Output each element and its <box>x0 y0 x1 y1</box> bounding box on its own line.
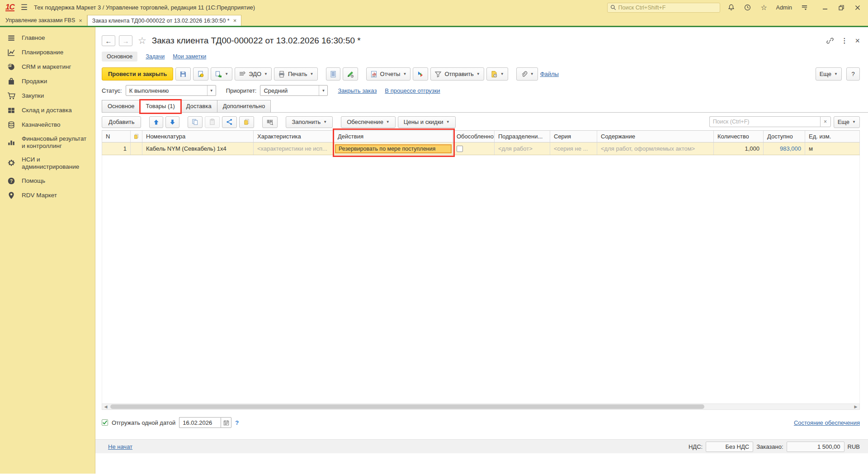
ship-date-field[interactable]: 16.02.2026 <box>179 417 231 428</box>
move-down-button[interactable] <box>165 116 179 128</box>
get-link-icon[interactable] <box>826 37 834 44</box>
close-order-link[interactable]: Закрыть заказ <box>338 87 377 94</box>
col-n[interactable]: N <box>102 131 131 142</box>
main-menu-icon[interactable]: ☰ <box>21 3 28 12</box>
change-doc-button[interactable] <box>239 116 254 128</box>
col-unit[interactable]: Ед. изм. <box>805 131 860 142</box>
sidebar-item-treasury[interactable]: Казначейство <box>0 118 95 132</box>
sidebar-item-planning[interactable]: Планирование <box>0 45 95 60</box>
attachments-button[interactable]: ▼ <box>516 67 538 81</box>
form-help-button[interactable]: ? <box>846 67 860 81</box>
edo-button[interactable]: ЭДО▼ <box>235 67 272 81</box>
ship-date-value[interactable]: 16.02.2026 <box>179 417 221 428</box>
close-window-icon[interactable] <box>853 5 863 10</box>
send-button[interactable]: Отправить▼ <box>430 67 484 81</box>
shipping-in-progress-link[interactable]: В процессе отгрузки <box>385 87 440 94</box>
move-up-button[interactable] <box>149 116 163 128</box>
post-document-button[interactable] <box>193 67 208 81</box>
horizontal-scrollbar[interactable]: ◀ ▶ <box>102 404 860 410</box>
barcode-scan-button[interactable] <box>262 116 278 128</box>
scroll-left-icon[interactable]: ◀ <box>102 404 109 409</box>
col-content[interactable]: Содержание <box>597 131 714 142</box>
sidebar-item-purchases[interactable]: Закупки <box>0 89 95 103</box>
scheduled-doc-button[interactable]: ▼ <box>486 67 508 81</box>
separate-checkbox[interactable] <box>457 146 463 152</box>
sidebar-item-sales[interactable]: Продажи <box>0 74 95 89</box>
col-actions[interactable]: Действия <box>334 131 453 142</box>
clear-search-icon[interactable]: × <box>820 116 831 127</box>
add-row-button[interactable]: Добавить <box>102 116 141 128</box>
order-state-link[interactable]: Не начат <box>108 443 132 450</box>
col-department[interactable]: Подразделени... <box>495 131 550 142</box>
form-more-button[interactable]: Еще▼ <box>816 67 842 81</box>
row-content[interactable]: <для работ, оформляемых актом> <box>597 142 714 155</box>
global-search-input[interactable] <box>618 5 717 11</box>
minimize-icon[interactable] <box>820 5 830 10</box>
vat-value-field[interactable]: Без НДС <box>706 442 753 452</box>
col-nomenclature[interactable]: Номенклатура <box>142 131 254 142</box>
row-department[interactable]: <для работ> <box>495 142 550 155</box>
supply-button[interactable]: Обеспечение▼ <box>341 116 396 128</box>
edit-note-button[interactable] <box>343 67 358 81</box>
sidebar-item-main[interactable]: Главное <box>0 31 95 45</box>
history-clock-icon[interactable] <box>743 4 753 11</box>
status-select[interactable]: К выполнению ▼ <box>126 85 216 96</box>
rdv-actions-button[interactable] <box>413 67 428 81</box>
tab-delivery[interactable]: Доставка <box>180 100 217 112</box>
sidebar-item-admin[interactable]: НСИ и администрирование <box>0 153 95 174</box>
ship-date-help-link[interactable]: ? <box>235 419 239 426</box>
sidebar-item-warehouse[interactable]: Склад и доставка <box>0 103 95 118</box>
row-nomenclature[interactable]: Кабель NYM (Севкабель) 1x4 <box>142 142 254 155</box>
current-user[interactable]: Admin <box>776 5 792 11</box>
notifications-bell-icon[interactable] <box>726 4 736 11</box>
back-arrow-button[interactable]: ← <box>102 35 115 46</box>
forward-arrow-button[interactable]: → <box>119 35 132 46</box>
tab-client-order[interactable]: Заказ клиента ТД00-000022 от 13.02.2026 … <box>87 15 241 26</box>
copy-create-button[interactable]: ▼ <box>211 67 232 81</box>
table-row[interactable]: 1 Кабель NYM (Севкабель) 1x4 <характерис… <box>102 142 860 155</box>
row-qty[interactable]: 1,000 <box>714 142 764 155</box>
col-separate[interactable]: Обособленно <box>453 131 495 142</box>
files-link[interactable]: Файлы <box>540 71 559 77</box>
sidebar-item-finance[interactable]: Финансовый результат и контроллинг <box>0 132 95 153</box>
col-qty[interactable]: Количество <box>714 131 764 142</box>
row-action-cell[interactable]: Резервировать по мере поступления <box>334 142 453 155</box>
row-characteristic[interactable]: <характеристики не исп... <box>254 142 334 155</box>
col-available[interactable]: Доступно <box>764 131 805 142</box>
nav-tasks[interactable]: Задачи <box>146 53 165 60</box>
tab-main[interactable]: Основное <box>102 100 141 112</box>
global-search[interactable] <box>607 3 720 13</box>
service-menu-icon[interactable] <box>799 4 809 11</box>
row-available[interactable]: 983,000 <box>764 142 805 155</box>
split-row-button[interactable] <box>222 116 237 128</box>
prices-discounts-button[interactable]: Цены и скидки▼ <box>398 116 456 128</box>
nav-notes[interactable]: Мои заметки <box>173 53 206 60</box>
structure-button[interactable] <box>326 67 340 81</box>
chevron-down-icon[interactable]: ▼ <box>319 86 327 95</box>
priority-select[interactable]: Средний ▼ <box>260 85 328 96</box>
reports-button[interactable]: Отчеты▼ <box>366 67 411 81</box>
col-series[interactable]: Серия <box>550 131 597 142</box>
favorites-star-icon[interactable]: ☆ <box>759 3 769 12</box>
save-button[interactable] <box>175 67 191 81</box>
more-kebab-icon[interactable]: ⋮ <box>841 37 848 45</box>
nav-main[interactable]: Основное <box>102 52 137 62</box>
tab-close-icon[interactable]: × <box>79 17 82 24</box>
table-more-button[interactable]: Еще▼ <box>834 116 860 128</box>
sidebar-item-crm[interactable]: CRM и маркетинг <box>0 60 95 74</box>
sidebar-item-rdv-market[interactable]: RDV Маркет <box>0 188 95 203</box>
print-button[interactable]: Печать▼ <box>274 67 318 81</box>
row-series[interactable]: <серия не ... <box>550 142 597 155</box>
table-search-input[interactable] <box>709 116 820 127</box>
tab-goods[interactable]: Товары (1) <box>140 100 181 113</box>
copy-row-button[interactable] <box>188 116 203 128</box>
action-value-highlighted[interactable]: Резервировать по мере поступления <box>335 144 452 153</box>
restore-icon[interactable] <box>836 5 846 10</box>
sidebar-item-help[interactable]: ? Помощь <box>0 174 95 188</box>
scrollbar-track[interactable] <box>109 404 852 409</box>
favorite-star-icon[interactable]: ☆ <box>138 35 146 46</box>
calendar-icon[interactable] <box>221 417 231 428</box>
row-separate-cell[interactable] <box>453 142 495 155</box>
tab-close-icon[interactable]: × <box>233 17 237 24</box>
tab-extra[interactable]: Дополнительно <box>217 100 271 112</box>
